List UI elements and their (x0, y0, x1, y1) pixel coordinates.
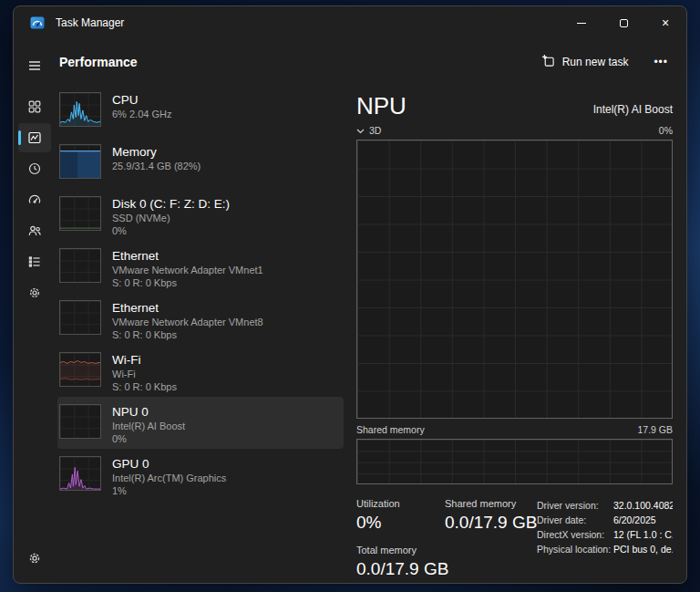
perf-item-name: CPU (112, 92, 171, 108)
utilization-value: 0% (356, 512, 445, 534)
settings-gear-icon (27, 551, 42, 566)
cpu-sparkline (59, 92, 101, 127)
wifi-sparkline (59, 352, 101, 387)
shared-memory-stat-label: Shared memory (445, 497, 537, 510)
perf-item-detail: S: 0 R: 0 Kbps (112, 328, 263, 341)
perf-item-cpu[interactable]: CPU 6% 2.04 GHz (57, 85, 344, 137)
perf-item-detail: 0% (112, 224, 230, 237)
perf-item-gpu0[interactable]: GPU 0 Intel(R) Arc(TM) Graphics 1% (57, 449, 344, 501)
total-memory-value: 0.0/17.9 GB (356, 558, 445, 580)
sidebar-item-users[interactable] (18, 216, 51, 245)
shared-memory-stat-value: 0.0/17.9 GB (445, 512, 537, 534)
perf-item-detail: Intel(R) Arc(TM) Graphics (112, 472, 226, 484)
titlebar[interactable]: Task Manager × (14, 6, 686, 39)
perf-item-detail: VMware Network Adapter VMnet1 (112, 264, 263, 276)
sidebar-item-startup-apps[interactable] (18, 185, 51, 214)
detail-label: Driver version: (537, 498, 613, 513)
sidebar-item-details[interactable] (18, 247, 51, 276)
startup-apps-icon (27, 192, 42, 207)
detail-row: DirectX version: 12 (FL 1.0 : C... (537, 527, 673, 542)
engine-label: 3D (369, 125, 381, 136)
hamburger-icon (27, 58, 42, 73)
sidebar-item-app-history[interactable] (18, 154, 51, 183)
disk-sparkline (59, 196, 101, 231)
chevron-down-icon (356, 125, 365, 136)
detail-row: Driver version: 32.0.100.4082 (537, 498, 673, 513)
npu-sparkline (59, 404, 101, 439)
perf-item-memory[interactable]: Memory 25.9/31.4 GB (82%) (57, 137, 344, 189)
driver-details: Driver version: 32.0.100.4082 Driver dat… (537, 497, 673, 580)
processes-icon (27, 99, 42, 114)
perf-item-wifi[interactable]: Wi-Fi Wi-Fi S: 0 R: 0 Kbps (57, 345, 344, 397)
perf-item-npu0[interactable]: NPU 0 Intel(R) AI Boost 0% (57, 397, 344, 449)
perf-item-name: Ethernet (112, 300, 263, 316)
services-icon (27, 286, 42, 300)
perf-item-detail: S: 0 R: 0 Kbps (112, 380, 177, 393)
npu-detail-panel: NPU Intel(R) AI Boost 3D 0% (344, 85, 686, 583)
page-title: Performance (59, 55, 138, 69)
device-name: Intel(R) AI Boost (593, 103, 673, 119)
perf-item-detail: 25.9/31.4 GB (82%) (112, 160, 201, 172)
perf-item-detail: VMware Network Adapter VMnet8 (112, 316, 263, 328)
detail-row: Driver date: 6/20/2025 (537, 513, 673, 527)
shared-memory-chart[interactable] (356, 439, 673, 484)
performance-icon (27, 130, 42, 145)
sidebar-item-processes[interactable] (18, 92, 51, 121)
perf-item-name: Ethernet (112, 248, 263, 264)
perf-item-name: Memory (112, 144, 201, 160)
perf-item-ethernet-vmnet8[interactable]: Ethernet VMware Network Adapter VMnet8 S… (57, 293, 344, 345)
ethernet1-sparkline (59, 248, 101, 283)
engine-selector[interactable]: 3D (356, 125, 381, 136)
detail-row: Physical location: PCI bus 0, de... (537, 542, 673, 556)
page-header: Performance Run new task ••• (56, 39, 686, 85)
memory-sparkline (59, 144, 101, 179)
perf-item-detail: 6% 2.04 GHz (112, 108, 171, 120)
ethernet2-sparkline (59, 300, 101, 335)
utilization-label: Utilization (356, 497, 445, 510)
perf-item-disk0[interactable]: Disk 0 (C: F: Z: D: E:) SSD (NVMe) 0% (57, 189, 344, 241)
perf-item-detail: Wi-Fi (112, 368, 177, 380)
perf-item-detail: 0% (112, 432, 185, 445)
perf-item-detail: S: 0 R: 0 Kbps (112, 276, 263, 289)
minimize-button[interactable] (561, 6, 602, 39)
run-new-task-icon (541, 54, 555, 70)
run-new-task-button[interactable]: Run new task (532, 48, 638, 76)
maximize-button[interactable] (602, 6, 644, 39)
performance-list: CPU 6% 2.04 GHz (56, 85, 344, 583)
window-title: Task Manager (56, 16, 124, 29)
sidebar-item-performance[interactable] (18, 123, 51, 152)
maximize-icon (620, 19, 628, 27)
total-memory-label: Total memory (356, 544, 445, 556)
sidebar-item-services[interactable] (18, 278, 51, 307)
shared-memory-caption: Shared memory (356, 424, 425, 435)
more-options-button[interactable]: ••• (646, 50, 675, 74)
utilization-scale-label: 0% (659, 125, 673, 136)
perf-item-ethernet-vmnet1[interactable]: Ethernet VMware Network Adapter VMnet1 S… (57, 241, 344, 293)
perf-item-name: GPU 0 (112, 456, 226, 472)
detail-value: 12 (FL 1.0 : C... (613, 527, 673, 542)
shared-memory-scale-label: 17.9 GB (637, 424, 673, 435)
details-icon (27, 254, 42, 269)
nav-menu-button[interactable] (18, 51, 51, 80)
task-manager-app-icon (30, 16, 45, 30)
app-history-icon (27, 161, 42, 176)
device-type-title: NPU (356, 92, 407, 119)
sidebar-item-settings[interactable] (18, 544, 51, 573)
npu-utilization-chart[interactable] (356, 140, 673, 419)
close-button[interactable]: × (644, 6, 686, 39)
detail-value: 6/20/2025 (613, 513, 656, 527)
perf-item-name: NPU 0 (112, 404, 185, 420)
ellipsis-icon: ••• (654, 56, 668, 68)
close-icon: × (662, 16, 669, 29)
perf-item-detail: 1% (112, 484, 226, 497)
perf-item-detail: Intel(R) AI Boost (112, 420, 185, 432)
nav-rail (14, 39, 56, 583)
run-new-task-label: Run new task (562, 56, 629, 68)
detail-label: Driver date: (537, 513, 613, 527)
detail-label: Physical location: (537, 542, 613, 556)
task-manager-window: Task Manager × (13, 5, 687, 584)
perf-item-detail: SSD (NVMe) (112, 212, 230, 224)
minimize-icon (577, 23, 586, 24)
detail-value: PCI bus 0, de... (613, 542, 673, 556)
gpu-sparkline (59, 456, 101, 491)
